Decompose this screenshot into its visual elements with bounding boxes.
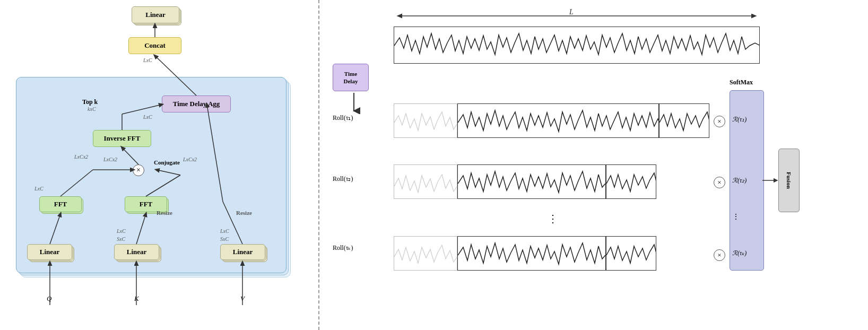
waveform-rk-seg1	[394, 236, 457, 271]
right-panel: L TimeDelay Roll(τ₁)	[318, 0, 868, 330]
fft-left-box: FFT	[39, 196, 82, 212]
label-lxc4: LxCx2	[183, 157, 197, 162]
left-panel: Linear Concat Time Delay Agg Top k Inver…	[0, 0, 318, 330]
label-lxc3: LxCx2	[103, 157, 117, 162]
softmax-label: SoftMax	[730, 79, 753, 86]
concat-box: Concat	[128, 37, 181, 54]
time-delay-arrow	[346, 93, 362, 114]
label-Q: Q	[47, 294, 51, 303]
waveform-top	[394, 27, 760, 64]
r1-label: ℛ(τ₁)	[732, 116, 747, 124]
waveform-rk-seg2	[457, 236, 606, 271]
waveform-rk-seg3	[606, 236, 656, 271]
label-lxcq: LxC	[34, 186, 44, 192]
roll1-label: Roll(τ₁)	[333, 114, 353, 122]
dots-label: ⋮	[548, 212, 558, 225]
linear-k-box: Linear	[114, 244, 159, 260]
label-resize1: Resize	[157, 210, 172, 216]
rk-label: ℛ(τₖ)	[732, 249, 747, 257]
label-V: V	[240, 294, 245, 303]
waveform-r1-seg3	[659, 103, 709, 138]
label-lxc-top: LxC	[143, 57, 152, 63]
mult-r1: ×	[714, 116, 725, 127]
waveform-r1-seg1	[394, 103, 457, 138]
label-sxc-k: SxC	[117, 236, 125, 242]
mult-rk: ×	[714, 249, 725, 261]
rollk-label: Roll(τₖ)	[333, 244, 353, 252]
fusion-arrow	[762, 175, 781, 186]
label-lxc2: LxCx2	[74, 154, 88, 160]
multiply-circle: ×	[133, 164, 144, 176]
fusion-box: Fusion	[778, 149, 800, 212]
label-sxc-v: SxC	[220, 236, 229, 242]
linear-top-box: Linear	[132, 6, 179, 23]
waveform-r1-seg2	[457, 103, 659, 138]
time-delay-agg-box: Time Delay Agg	[162, 95, 231, 112]
time-delay-box: TimeDelay	[333, 64, 369, 91]
linear-q-box: Linear	[27, 244, 72, 260]
waveform-r2-seg2	[457, 164, 606, 199]
inverse-fft-box: Inverse FFT	[93, 130, 151, 147]
top-k-label: Top k	[82, 98, 98, 106]
waveform-r2-seg3	[606, 164, 656, 199]
label-resize2: Resize	[236, 210, 252, 216]
waveform-r2-seg1	[394, 164, 457, 199]
roll2-label: Roll(τ₂)	[333, 175, 353, 183]
svg-text:L: L	[569, 8, 574, 16]
r-dots: ⋮	[732, 212, 740, 221]
linear-v-box: Linear	[220, 244, 265, 260]
r2-label: ℛ(τ₂)	[732, 177, 747, 185]
label-lxc-v: LxC	[220, 228, 229, 234]
label-lxc-k: LxC	[117, 228, 126, 234]
L-arrow-svg: L	[394, 8, 765, 24]
mult-r2: ×	[714, 177, 725, 188]
label-K: K	[134, 294, 139, 303]
label-lxc1: LxC	[143, 114, 152, 120]
conjugate-label: Conjugate	[154, 159, 180, 166]
label-kxc: kxC	[88, 106, 96, 112]
